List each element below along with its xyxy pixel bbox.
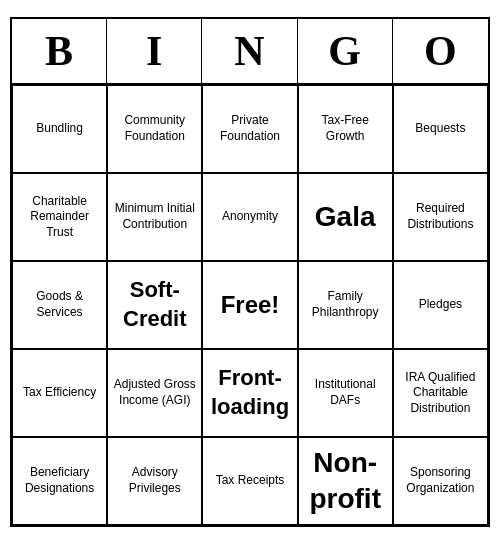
header-letter: N	[202, 19, 297, 83]
bingo-cell-13: Family Philanthropy	[298, 261, 393, 349]
bingo-cell-23: Non-profit	[298, 437, 393, 525]
bingo-cell-9: Required Distributions	[393, 173, 488, 261]
bingo-cell-0: Bundling	[12, 85, 107, 173]
bingo-cell-4: Bequests	[393, 85, 488, 173]
bingo-cell-19: IRA Qualified Charitable Distribution	[393, 349, 488, 437]
bingo-cell-22: Tax Receipts	[202, 437, 297, 525]
header-letter: G	[298, 19, 393, 83]
header-letter: I	[107, 19, 202, 83]
bingo-cell-8: Gala	[298, 173, 393, 261]
bingo-cell-21: Advisory Privileges	[107, 437, 202, 525]
bingo-grid: BundlingCommunity FoundationPrivate Foun…	[12, 85, 488, 525]
header-letter: B	[12, 19, 107, 83]
bingo-header: BINGO	[12, 19, 488, 85]
bingo-cell-3: Tax-Free Growth	[298, 85, 393, 173]
bingo-cell-10: Goods & Services	[12, 261, 107, 349]
bingo-cell-24: Sponsoring Organization	[393, 437, 488, 525]
bingo-cell-7: Anonymity	[202, 173, 297, 261]
bingo-cell-17: Front-loading	[202, 349, 297, 437]
bingo-cell-5: Charitable Remainder Trust	[12, 173, 107, 261]
header-letter: O	[393, 19, 488, 83]
bingo-cell-12: Free!	[202, 261, 297, 349]
bingo-card: BINGO BundlingCommunity FoundationPrivat…	[10, 17, 490, 527]
bingo-cell-2: Private Foundation	[202, 85, 297, 173]
bingo-cell-14: Pledges	[393, 261, 488, 349]
bingo-cell-6: Minimum Initial Contribution	[107, 173, 202, 261]
bingo-cell-11: Soft-Credit	[107, 261, 202, 349]
bingo-cell-1: Community Foundation	[107, 85, 202, 173]
bingo-cell-16: Adjusted Gross Income (AGI)	[107, 349, 202, 437]
bingo-cell-18: Institutional DAFs	[298, 349, 393, 437]
bingo-cell-15: Tax Efficiency	[12, 349, 107, 437]
bingo-cell-20: Beneficiary Designations	[12, 437, 107, 525]
